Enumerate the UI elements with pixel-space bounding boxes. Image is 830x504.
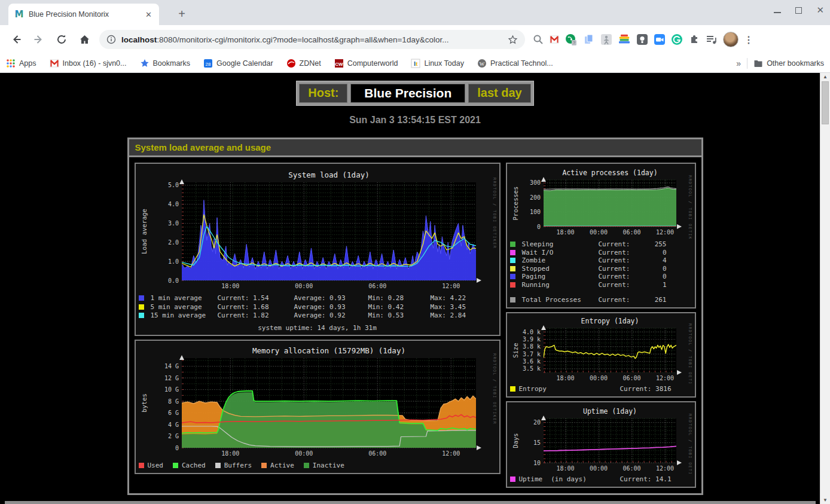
scrollbar-up-arrow[interactable]: ▲ [820,74,830,80]
star-blue-icon [140,59,149,68]
svg-text:1.0: 1.0 [167,258,178,265]
bookmark-item[interactable]: CWComputerworld [334,59,398,68]
back-button[interactable] [8,31,25,48]
lamp-icon[interactable] [636,33,648,45]
bookmark-item[interactable]: ltLinux Today [411,59,464,68]
uptime-graph[interactable]: 10152018:0000:0006:0012:00Uptime (1day)D… [510,405,692,474]
svg-text:12:00: 12:00 [656,375,674,381]
forward-button[interactable] [30,31,47,48]
svg-text:3.7 k: 3.7 k [522,350,540,357]
window-minimize-button[interactable] [774,12,781,13]
svg-text:06:00: 06:00 [622,229,640,236]
entropy-graph[interactable]: 3.5 k3.6 k3.7 k3.8 k3.9 k4.0 k18:0000:00… [510,316,692,383]
legend-row: EntropyCurrent: 3816 [510,385,692,393]
legend-row: ZombieCurrent:4 [510,256,692,265]
uptime-legend: Uptime(in days)Current: 14.1 [510,475,692,484]
playlist-icon[interactable] [706,33,718,45]
new-tab-button[interactable]: + [173,6,190,23]
extension-icons-row: ?⋮ [532,32,753,47]
legend-swatch [139,463,144,468]
svg-text:4.0: 4.0 [167,201,178,207]
svg-text:18:00: 18:00 [556,229,574,236]
bookmark-star-icon[interactable] [508,35,518,45]
legend-row: 5 min averageCurrent: 1.68Average: 0.93M… [139,303,496,312]
window-maximize-button[interactable] [795,7,802,14]
other-bookmarks-button[interactable]: Other bookmarks [753,59,824,68]
zoom-camera-icon[interactable] [654,33,666,45]
scrollbar-thumb[interactable] [822,81,829,124]
figure-icon[interactable] [600,33,612,45]
bookmark-label: Google Calendar [216,59,273,68]
svg-text:300: 300 [529,179,540,186]
cw-icon: CW [334,59,344,68]
bookmark-item[interactable]: Inbox (16) - sjvn0... [50,59,127,68]
legend-swatch [510,242,515,247]
svg-text:0: 0 [536,224,540,230]
svg-text:2 G: 2 G [167,433,178,439]
svg-text:28: 28 [206,61,211,66]
grammarly-icon[interactable] [671,33,683,45]
browser-tab[interactable]: M Blue Precision Monitorix ✕ [8,4,159,25]
gmail-icon[interactable] [550,35,559,44]
svg-text:15: 15 [533,439,540,445]
svg-text:12 G: 12 G [164,374,178,381]
svg-text:RRDTOOL / TOBI OETIKER: RRDTOOL / TOBI OETIKER [688,414,692,474]
avatar-icon[interactable] [723,32,739,47]
svg-text:RRDTOOL / TOBI OETIKER: RRDTOOL / TOBI OETIKER [492,178,496,249]
svg-text:0: 0 [175,444,178,451]
browser-toolbar: localhost:8080/monitorix-cgi/monitorix.c… [0,25,830,54]
page-scrollbar[interactable]: ▲ ▼ [820,73,830,504]
bookmark-item[interactable]: WPractical Technol... [477,59,553,68]
system-load-graph[interactable]: 0.01.02.03.04.05.018:0000:0006:0012:00Sy… [139,167,496,292]
bookmark-item[interactable]: Apps [6,59,36,68]
reload-button[interactable] [53,31,70,48]
bookmark-label: Linux Today [424,59,464,68]
svg-text:12:00: 12:00 [656,229,674,236]
legend-swatch [510,297,515,303]
window-close-button[interactable]: ✕ [816,5,824,16]
svg-text:0.0: 0.0 [167,277,178,284]
bookmark-item[interactable]: ZDNet [286,59,321,68]
bookmarks-overflow-chevron[interactable]: » [736,59,741,68]
svg-text:M: M [15,10,24,19]
svg-text:3.9 k: 3.9 k [522,336,540,343]
bookmark-label: Computerworld [347,59,398,68]
legend-row: RunningCurrent:1 [510,281,692,289]
search-icon[interactable] [532,33,544,45]
puzzle-icon[interactable] [688,33,700,45]
svg-text:06:00: 06:00 [622,465,640,472]
gmail-icon [50,59,59,68]
voice-icon[interactable]: ? [564,33,578,46]
legend-row: 1 min averageCurrent: 1.54Average: 0.93M… [139,294,496,303]
bookmark-item[interactable]: 28Google Calendar [203,59,273,68]
browser-tab-strip: M Blue Precision Monitorix ✕ + ✕ [0,0,830,25]
svg-text:12:00: 12:00 [442,450,460,457]
svg-text:18:00: 18:00 [221,283,239,289]
svg-text:06:00: 06:00 [622,375,640,381]
bookmark-item[interactable]: Bookmarks [140,59,191,68]
svg-text:Entropy (1day): Entropy (1day) [581,317,639,325]
bookmarks-bar: AppsInbox (16) - sjvn0...Bookmarks28Goog… [0,54,830,73]
host-name: Blue Precision [350,84,465,103]
memory-allocation-graph[interactable]: 02 G4 G6 G8 G10 G12 G14 G18:0000:0006:00… [139,344,496,460]
menu-icon[interactable]: ⋮ [744,34,753,45]
monitorix-favicon: M [14,10,24,19]
address-bar[interactable]: localhost:8080/monitorix-cgi/monitorix.c… [99,30,525,49]
books-icon[interactable] [618,33,631,45]
home-button[interactable] [76,31,93,48]
linux-today-icon: lt [411,59,420,68]
svg-text:06:00: 06:00 [368,283,386,289]
site-info-icon[interactable] [106,35,116,44]
url-text: localhost:8080/monitorix-cgi/monitorix.c… [121,35,508,44]
copy-icon[interactable] [583,33,595,45]
other-bookmarks-label: Other bookmarks [767,59,824,68]
svg-text:W: W [480,60,485,66]
tab-close-icon[interactable]: ✕ [143,9,154,20]
wordpress-icon: W [477,59,487,68]
entropy-panel: 3.5 k3.6 k3.7 k3.8 k3.9 k4.0 k18:0000:00… [506,312,696,398]
active-processes-graph[interactable]: 010020030018:0000:0006:0012:00Active pro… [510,167,692,239]
svg-text:Size: Size [512,343,519,358]
scrollbar-down-arrow[interactable]: ▼ [820,497,830,503]
bookmarks-divider [747,58,747,69]
tab-title: Blue Precision Monitorix [29,10,143,19]
